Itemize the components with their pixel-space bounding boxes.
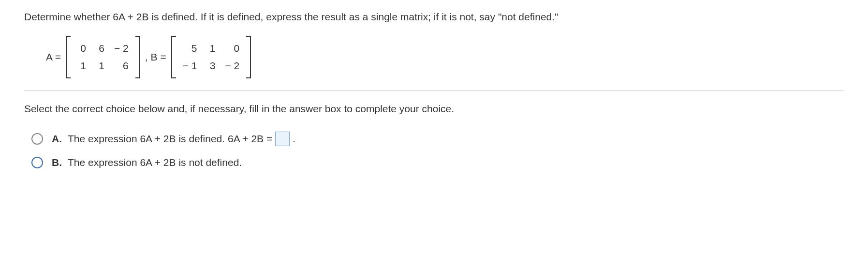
answer-input-box[interactable] — [275, 132, 290, 146]
separator: , — [145, 51, 148, 63]
radio-choice-a[interactable] — [31, 133, 43, 145]
matrix-cell: − 2 — [109, 40, 133, 57]
choice-a-text: The expression 6A + 2B is defined. 6A + … — [68, 132, 295, 146]
radio-choice-b[interactable] — [31, 157, 43, 168]
choice-b-letter: B. — [52, 157, 62, 168]
matrix-cell: 6 — [91, 40, 109, 57]
matrix-b-label: B = — [151, 51, 166, 63]
matrix-cell: 1 — [91, 57, 109, 75]
choice-a-row: A. The expression 6A + 2B is defined. 6A… — [31, 132, 844, 146]
choice-b-text: The expression 6A + 2B is not defined. — [68, 157, 242, 168]
matrix-cell: 3 — [202, 57, 220, 75]
matrix-b: 5 1 0 − 1 3 − 2 — [171, 36, 251, 78]
choice-a-text-before: The expression 6A + 2B is defined. 6A + … — [68, 133, 272, 145]
instruction-text: Select the correct choice below and, if … — [24, 103, 844, 115]
choice-a-text-after: . — [293, 133, 295, 145]
matrix-cell: 1 — [202, 40, 220, 57]
matrix-cell: 6 — [109, 57, 133, 75]
matrix-cell: 1 — [73, 57, 91, 75]
matrix-cell: 0 — [73, 40, 91, 57]
matrix-cell: 0 — [220, 40, 244, 57]
matrix-a: 0 6 − 2 1 1 6 — [66, 36, 140, 78]
matrix-cell: − 1 — [178, 57, 202, 75]
matrix-definitions: A = 0 6 − 2 1 1 6 , B = 5 1 — [46, 36, 844, 78]
matrix-cell: − 2 — [220, 57, 244, 75]
matrix-a-label: A = — [46, 51, 61, 63]
question-text: Determine whether 6A + 2B is defined. If… — [24, 10, 844, 24]
divider — [24, 90, 844, 91]
choice-a-letter: A. — [52, 133, 62, 145]
matrix-cell: 5 — [178, 40, 202, 57]
choice-b-row: B. The expression 6A + 2B is not defined… — [31, 157, 844, 168]
